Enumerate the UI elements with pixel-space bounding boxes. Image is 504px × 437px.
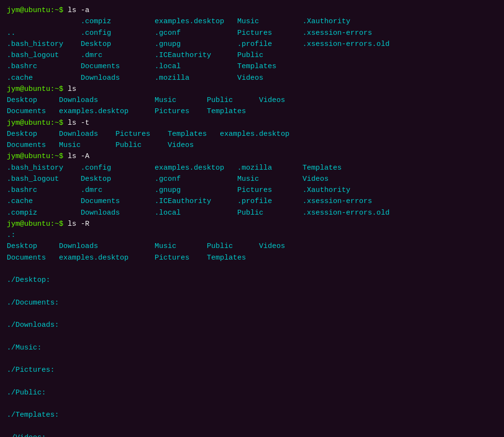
terminal-line-4: jym@ubuntu:~$ ls -A <box>7 151 497 162</box>
output-lA-1: .bash_history .config examples.desktop .… <box>7 162 497 174</box>
blank-3 <box>7 308 497 320</box>
terminal-line-1: jym@ubuntu:~$ ls -a <box>7 5 497 16</box>
cmd-3: ls -t <box>68 119 89 127</box>
terminal-line-5: jym@ubuntu:~$ ls -R <box>7 218 497 230</box>
output-la-2: .. .config .gconf Pictures .xsession-err… <box>7 28 497 39</box>
output-la-4: .bash_logout .dmrc .ICEauthority Public <box>7 50 497 61</box>
prompt-3: jym@ubuntu:~$ <box>7 119 68 127</box>
output-lR-music: ./Music: <box>7 342 497 353</box>
prompt-2: jym@ubuntu:~$ <box>7 85 68 93</box>
prompt-5: jym@ubuntu:~$ <box>7 220 68 228</box>
output-ls-1: Desktop Downloads Music Public Videos <box>7 95 497 106</box>
terminal-window: jym@ubuntu:~$ ls -a .compiz examples.des… <box>7 5 497 437</box>
output-lR-pictures: ./Pictures: <box>7 364 497 376</box>
output-lR-dot: .: <box>7 230 497 241</box>
cmd-5: ls -R <box>68 220 89 228</box>
blank-4 <box>7 331 497 342</box>
output-lt-2: Documents Music Public Videos <box>7 140 497 151</box>
output-lR-1: Desktop Downloads Music Public Videos <box>7 241 497 252</box>
output-ls-2: Documents examples.desktop Pictures Temp… <box>7 106 497 117</box>
blank-5 <box>7 353 497 364</box>
blank-6 <box>7 376 497 387</box>
output-lR-2: Documents examples.desktop Pictures Temp… <box>7 252 497 263</box>
output-lR-public: ./Public: <box>7 387 497 398</box>
output-la-6: .cache Downloads .mozilla Videos <box>7 73 497 84</box>
output-la-5: .bashrc Documents .local Templates <box>7 61 497 72</box>
output-lA-3: .bashrc .dmrc .gnupg Pictures .Xauthorit… <box>7 185 497 196</box>
output-lR-downloads: ./Downloads: <box>7 320 497 331</box>
output-lt-1: Desktop Downloads Pictures Templates exa… <box>7 129 497 140</box>
output-lR-videos: ./Videos: <box>7 432 497 437</box>
blank-2 <box>7 286 497 297</box>
output-lR-documents: ./Documents: <box>7 297 497 308</box>
output-lA-2: .bash_logout Desktop .gconf Music Videos <box>7 174 497 185</box>
output-lR-desktop: ./Desktop: <box>7 275 497 286</box>
prompt-4: jym@ubuntu:~$ <box>7 152 68 160</box>
terminal-line-3: jym@ubuntu:~$ ls -t <box>7 117 497 129</box>
output-lA-4: .cache Documents .ICEauthority .profile … <box>7 196 497 207</box>
blank-8 <box>7 421 497 432</box>
cmd-2: ls <box>68 85 76 93</box>
cmd-4: ls -A <box>68 152 89 160</box>
output-lA-5: .compiz Downloads .local Public .xsessio… <box>7 207 497 218</box>
cmd-1: ls -a <box>68 6 89 15</box>
output-la-1: .compiz examples.desktop Music .Xauthori… <box>7 16 497 27</box>
output-lR-templates: ./Templates: <box>7 409 497 421</box>
blank-1 <box>7 263 497 275</box>
blank-7 <box>7 398 497 409</box>
terminal-line-2: jym@ubuntu:~$ ls <box>7 84 497 95</box>
output-la-3: .bash_history Desktop .gnupg .profile .x… <box>7 39 497 50</box>
prompt-1: jym@ubuntu:~$ <box>7 6 68 15</box>
